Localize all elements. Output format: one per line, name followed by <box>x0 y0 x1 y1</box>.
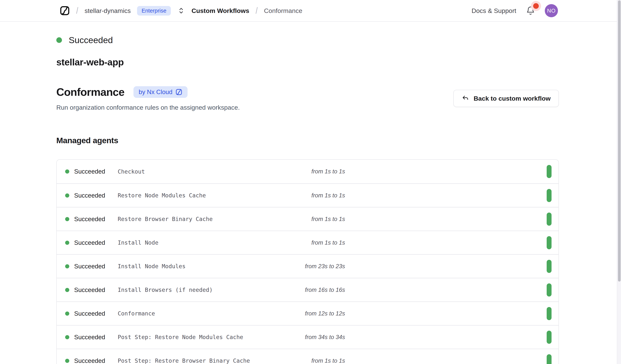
step-timing: from 12s to 12s <box>288 310 345 317</box>
agent-step-row[interactable]: Succeeded Restore Browser Binary Cache f… <box>57 207 558 231</box>
agent-step-row[interactable]: Succeeded Install Browsers (if needed) f… <box>57 278 558 301</box>
breadcrumb-org[interactable]: stellar-dynamics <box>85 7 131 15</box>
workflow-header: Conformance by Nx Cloud Run organization… <box>56 86 559 111</box>
notifications-bell-icon[interactable] <box>526 6 535 16</box>
workspace-title: stellar-web-app <box>56 57 559 68</box>
step-status: Succeeded <box>65 192 118 199</box>
agent-step-row[interactable]: Succeeded Restore Node Modules Cache fro… <box>57 183 558 207</box>
scrollbar-track[interactable] <box>617 0 621 364</box>
step-status-label: Succeeded <box>74 168 105 175</box>
step-status-label: Succeeded <box>74 216 105 223</box>
step-status-label: Succeeded <box>74 286 105 294</box>
status-dot <box>65 193 69 198</box>
nx-cloud-logo-icon <box>175 89 182 95</box>
back-button-label: Back to custom workflow <box>474 95 551 102</box>
step-timing: from 1s to 1s <box>288 357 345 364</box>
step-timing: from 1s to 1s <box>288 192 345 199</box>
status-dot <box>65 288 69 292</box>
avatar[interactable]: NO <box>545 4 558 17</box>
step-status: Succeeded <box>65 239 118 246</box>
chevron-up-down-icon[interactable] <box>178 7 184 15</box>
step-name: Checkout <box>118 168 288 175</box>
step-status: Succeeded <box>65 263 118 270</box>
docs-support-link[interactable]: Docs & Support <box>472 7 516 15</box>
status-dot <box>65 217 69 221</box>
return-arrow-icon <box>462 95 469 102</box>
step-duration-bar <box>547 284 552 297</box>
step-status-label: Succeeded <box>74 334 105 341</box>
step-status: Succeeded <box>65 216 118 223</box>
agent-step-row[interactable]: Succeeded Checkout from 1s to 1s <box>57 160 558 183</box>
status-dot <box>65 335 69 339</box>
managed-agents-heading: Managed agents <box>56 136 559 145</box>
step-timing: from 16s to 16s <box>288 286 345 293</box>
step-duration-bar <box>547 354 552 364</box>
step-timing: from 1s to 1s <box>288 168 345 175</box>
by-nx-cloud-badge[interactable]: by Nx Cloud <box>134 86 188 98</box>
step-name: Conformance <box>118 310 288 317</box>
by-nx-cloud-label: by Nx Cloud <box>139 88 172 95</box>
step-name: Install Browsers (if needed) <box>118 286 288 293</box>
scrollbar-thumb[interactable] <box>618 0 621 282</box>
step-duration-bar <box>547 331 552 344</box>
status-dot <box>65 359 69 363</box>
step-duration-bar <box>547 165 552 178</box>
step-status-label: Succeeded <box>74 310 105 317</box>
workflow-description: Run organization conformance rules on th… <box>56 104 240 111</box>
agent-step-row[interactable]: Succeeded Post Step: Restore Browser Bin… <box>57 349 558 364</box>
nx-cloud-logo-icon[interactable] <box>60 6 70 16</box>
status-dot <box>56 37 62 43</box>
workflow-header-left: Conformance by Nx Cloud Run organization… <box>56 86 240 111</box>
breadcrumb-separator: / <box>76 6 78 16</box>
agent-step-row[interactable]: Succeeded Post Step: Restore Node Module… <box>57 325 558 349</box>
step-name: Restore Node Modules Cache <box>118 192 288 199</box>
notification-badge <box>533 3 539 9</box>
agent-step-row[interactable]: Succeeded Install Node from 1s to 1s <box>57 231 558 254</box>
back-to-custom-workflow-button[interactable]: Back to custom workflow <box>453 90 559 107</box>
step-duration-bar <box>547 236 552 249</box>
step-status: Succeeded <box>65 310 118 317</box>
step-status-label: Succeeded <box>74 263 105 270</box>
breadcrumb-custom-workflows[interactable]: Custom Workflows <box>191 7 249 15</box>
step-timing: from 1s to 1s <box>288 216 345 222</box>
step-timing: from 23s to 23s <box>288 263 345 270</box>
step-status-label: Succeeded <box>74 357 105 364</box>
step-duration-bar <box>547 307 552 320</box>
enterprise-badge[interactable]: Enterprise <box>137 6 171 16</box>
breadcrumb-separator: / <box>256 6 258 16</box>
status-label: Succeeded <box>69 35 113 45</box>
step-status: Succeeded <box>65 334 118 341</box>
run-status: Succeeded <box>56 35 559 45</box>
step-status: Succeeded <box>65 357 118 364</box>
agent-step-row[interactable]: Succeeded Install Node Modules from 23s … <box>57 254 558 278</box>
status-dot <box>65 241 69 245</box>
step-duration-bar <box>547 260 552 273</box>
page-title: Conformance <box>56 86 124 98</box>
step-duration-bar <box>547 213 552 226</box>
breadcrumb-page: Conformance <box>264 7 302 15</box>
step-status: Succeeded <box>65 168 118 175</box>
status-dot <box>65 169 69 174</box>
step-name: Restore Browser Binary Cache <box>118 216 288 222</box>
step-name: Install Node <box>118 239 288 246</box>
step-status-label: Succeeded <box>74 239 105 246</box>
managed-agents-list: Succeeded Checkout from 1s to 1s Succeed… <box>56 159 559 364</box>
status-dot <box>65 312 69 316</box>
step-status: Succeeded <box>65 286 118 294</box>
step-timing: from 1s to 1s <box>288 239 345 246</box>
breadcrumb: / stellar-dynamics Enterprise Custom Wor… <box>60 6 302 16</box>
status-dot <box>65 264 69 269</box>
step-status-label: Succeeded <box>74 192 105 199</box>
step-name: Post Step: Restore Node Modules Cache <box>118 334 288 340</box>
top-nav: / stellar-dynamics Enterprise Custom Wor… <box>0 0 621 22</box>
main-content: Succeeded stellar-web-app Conformance by… <box>56 22 559 364</box>
agent-step-row[interactable]: Succeeded Conformance from 12s to 12s <box>57 301 558 325</box>
step-timing: from 34s to 34s <box>288 334 345 341</box>
nav-actions: Docs & Support NO <box>472 4 612 17</box>
step-name: Install Node Modules <box>118 263 288 269</box>
step-duration-bar <box>547 189 552 202</box>
step-name: Post Step: Restore Browser Binary Cache <box>118 357 288 364</box>
